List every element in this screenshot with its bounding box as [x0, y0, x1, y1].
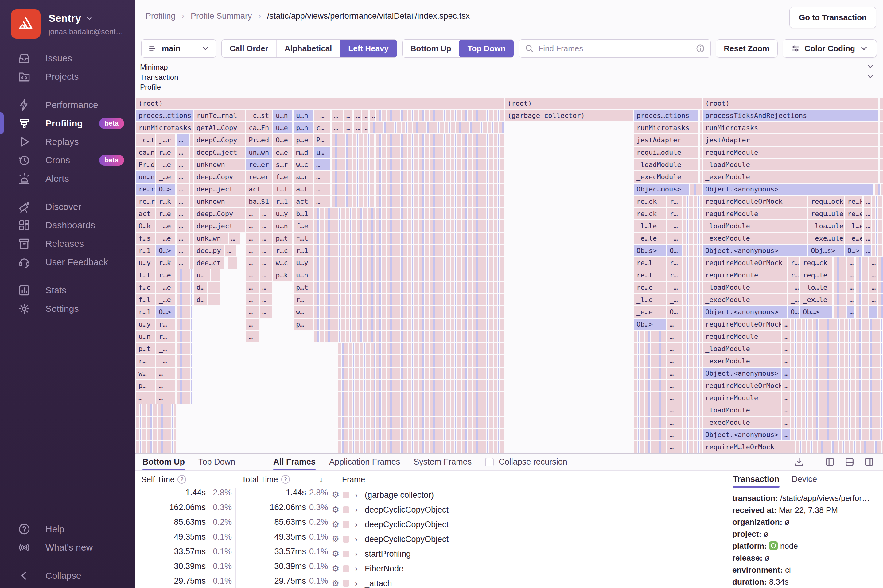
flame-frame[interactable] [190, 183, 193, 195]
flame-frame[interactable]: … [246, 232, 258, 244]
flame-frame[interactable]: _loadModule [703, 220, 807, 232]
flame-frame[interactable]: … [177, 183, 189, 195]
flame-frame[interactable]: u…e [273, 122, 292, 134]
flame-frame[interactable]: _e…le [634, 232, 666, 244]
flame-frame[interactable] [700, 134, 701, 146]
flame-frame[interactable]: … [863, 196, 871, 207]
chevron-right-icon[interactable]: › [355, 579, 358, 588]
flame-frame[interactable] [190, 159, 193, 170]
flame-frame[interactable] [634, 343, 666, 354]
flame-frame[interactable] [136, 441, 176, 453]
flame-frame[interactable]: r… [156, 331, 175, 342]
flame-frame[interactable]: … [354, 122, 361, 134]
flame-frame[interactable] [314, 257, 375, 268]
table-row[interactable]: 33.57ms0.1%33.57ms0.1%⚙›startProfiling [135, 547, 725, 562]
flame-frame[interactable]: O… [667, 306, 682, 318]
flame-frame[interactable]: … [177, 220, 189, 232]
flame-frame[interactable]: _… [667, 282, 682, 293]
flame-frame[interactable] [136, 405, 176, 416]
flame-frame[interactable]: proces…ctions [136, 110, 193, 121]
flame-frame[interactable]: unknown [194, 196, 245, 207]
flame-frame[interactable]: requireModuleOrMock [703, 196, 807, 207]
flame-frame[interactable]: … [667, 356, 682, 367]
flame-frame[interactable]: w…c [293, 159, 312, 170]
transaction-section-header[interactable]: Transaction [135, 72, 883, 82]
gear-icon[interactable]: ⚙ [332, 578, 339, 588]
flame-frame[interactable]: … [344, 122, 353, 134]
table-row[interactable]: 30.39ms0.1%30.39ms0.1%⚙›FiberNode [135, 562, 725, 576]
flame-frame[interactable]: … [667, 405, 682, 416]
flame-frame[interactable]: _e…e [634, 306, 666, 318]
checkbox-icon[interactable] [485, 458, 494, 466]
flame-frame[interactable]: f…e [273, 171, 292, 183]
flame-frame[interactable]: re…r [136, 196, 155, 207]
flame-frame[interactable] [376, 110, 504, 121]
flame-frame[interactable] [700, 122, 701, 134]
flame-frame[interactable] [833, 282, 846, 293]
flame-frame[interactable]: r… [136, 356, 155, 367]
flame-frame[interactable] [338, 417, 375, 428]
flame-frame[interactable]: … [847, 294, 854, 305]
flame-frame[interactable] [376, 331, 504, 342]
flame-frame[interactable]: requireModule [703, 392, 781, 404]
flame-frame[interactable]: … [863, 245, 871, 256]
flame-frame[interactable]: _… [667, 232, 682, 244]
flame-frame[interactable]: … [246, 245, 258, 256]
flame-frame[interactable]: u…n [136, 331, 155, 342]
flame-frame[interactable] [683, 208, 701, 219]
flame-frame[interactable]: _loa…ule [808, 220, 844, 232]
flame-frame[interactable] [376, 318, 504, 330]
flame-frame[interactable]: … [225, 245, 236, 256]
flame-frame[interactable] [872, 220, 883, 232]
go-to-transaction-button[interactable]: Go to Transaction [789, 7, 876, 28]
flame-frame[interactable]: … [314, 171, 330, 183]
breadcrumb-item[interactable]: Profiling [146, 11, 176, 21]
flame-frame[interactable]: … [177, 171, 189, 183]
flame-frame[interactable]: re…e [845, 208, 862, 219]
flame-frame[interactable] [136, 429, 176, 440]
sidebar-item-what-s-new[interactable]: What's new [0, 538, 135, 557]
flame-frame[interactable]: f…l [136, 294, 155, 305]
tab-system-frames[interactable]: System Frames [414, 454, 472, 471]
flame-frame[interactable]: _…e [156, 159, 175, 170]
flame-frame[interactable]: u…y [273, 208, 292, 219]
tab-bottom-up[interactable]: Bottom Up [143, 454, 185, 471]
flame-frame[interactable]: _execModule [703, 417, 781, 428]
flame-frame[interactable]: r…1 [293, 245, 312, 256]
flame-frame[interactable] [856, 257, 868, 268]
flame-frame[interactable]: unknown [194, 159, 245, 170]
flame-frame[interactable]: … [863, 208, 871, 219]
flame-frame[interactable] [314, 208, 375, 219]
flame-frame[interactable]: p…n [293, 122, 312, 134]
flame-frame[interactable]: _execModule [634, 171, 698, 183]
flame-frame[interactable] [376, 171, 504, 183]
flame-frame[interactable] [791, 392, 883, 404]
flame-frame[interactable]: r… [788, 270, 799, 281]
flame-frame[interactable]: … [667, 380, 682, 391]
flame-frame[interactable]: _… [156, 343, 175, 354]
flame-frame[interactable] [796, 441, 883, 453]
flame-frame[interactable] [683, 405, 701, 416]
flame-frame[interactable]: b…1 [293, 208, 312, 219]
flame-frame[interactable]: r…c [273, 245, 292, 256]
flame-frame[interactable]: … [667, 441, 682, 453]
layout-bottom-icon[interactable] [844, 457, 855, 467]
flame-frame[interactable]: Ob…> [634, 318, 666, 330]
flame-frame[interactable]: runMicrotasks [634, 122, 698, 134]
flame-frame[interactable] [634, 331, 666, 342]
gear-icon[interactable]: ⚙ [332, 534, 339, 544]
flame-frame[interactable] [791, 380, 883, 391]
flame-frame[interactable]: p… [136, 380, 155, 391]
flame-frame[interactable] [880, 98, 883, 109]
flame-frame[interactable]: … [847, 282, 854, 293]
flame-frame[interactable]: … [847, 257, 854, 268]
flame-frame[interactable] [869, 306, 877, 318]
flame-frame[interactable] [856, 270, 868, 281]
flame-frame[interactable] [332, 171, 375, 183]
flame-frame[interactable] [314, 220, 375, 232]
flame-frame[interactable] [856, 306, 868, 318]
flame-frame[interactable]: … [246, 294, 258, 305]
flame-frame[interactable]: r…e [156, 208, 175, 219]
flame-frame[interactable]: u…n [293, 270, 312, 281]
flame-frame[interactable]: runTe…rnal [194, 110, 245, 121]
